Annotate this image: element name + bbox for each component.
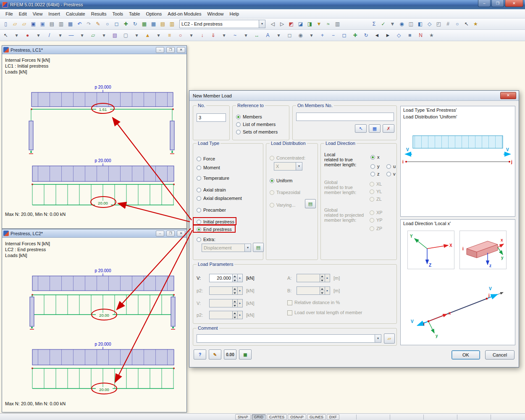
new-solid-icon[interactable]: ▧ bbox=[110, 31, 119, 40]
direction-xp-radio[interactable]: XP bbox=[370, 210, 383, 215]
pick-value-icon[interactable]: ▸ bbox=[238, 274, 243, 282]
new-member-icon[interactable]: — bbox=[67, 31, 76, 40]
new-node-icon[interactable]: ● bbox=[23, 31, 32, 40]
distribution-trapezoidal-radio[interactable]: Trapezoidal bbox=[270, 190, 300, 195]
varying-edit-button[interactable]: ▤ bbox=[305, 199, 316, 208]
direction-z-radio[interactable]: z bbox=[370, 171, 380, 176]
grid-icon[interactable]: # bbox=[444, 20, 452, 29]
menu-results[interactable]: Results bbox=[88, 10, 110, 18]
previous-load-case-icon[interactable]: ◁ bbox=[268, 20, 277, 29]
print-icon[interactable]: ▤ bbox=[47, 20, 56, 29]
surface-menu-icon[interactable]: ▾ bbox=[100, 31, 108, 40]
menu-addon-modules[interactable]: Add-on Modules bbox=[165, 10, 204, 18]
viewport2-titlebar[interactable]: Prestress, LC2* – ❐ ✕ bbox=[2, 229, 186, 238]
load-type-precamber-radio[interactable]: Precamber bbox=[197, 207, 226, 213]
p2b-spinner[interactable]: ▸ bbox=[209, 311, 243, 319]
grid-toggle[interactable]: GRID bbox=[252, 414, 266, 420]
new-surface-icon[interactable]: ▱ bbox=[89, 31, 97, 40]
hinge-menu-icon[interactable]: ▾ bbox=[187, 31, 196, 40]
viewport1-titlebar[interactable]: Prestress, LC1* – ❐ ✕ bbox=[2, 46, 186, 54]
pan-icon[interactable]: ✚ bbox=[121, 20, 130, 29]
zoom-region-icon[interactable]: ◻ bbox=[340, 31, 349, 40]
select-menu2-icon[interactable]: ▾ bbox=[307, 31, 316, 40]
ok-button[interactable]: OK bbox=[452, 350, 480, 360]
snap-toggle[interactable]: SNAP bbox=[235, 414, 251, 420]
result-combinations-icon[interactable]: ◨ bbox=[305, 20, 314, 29]
load-menu-icon[interactable]: ▾ bbox=[220, 31, 228, 40]
open-file-icon[interactable]: ▱ bbox=[10, 20, 19, 29]
p2a-spinner[interactable]: ▸ bbox=[209, 286, 243, 295]
total-length-checkbox[interactable]: Load over total length of member bbox=[287, 310, 367, 315]
load-type-initial-prestress-radio[interactable]: Initial prestress bbox=[197, 219, 234, 224]
viewport1-minimize-button[interactable]: – bbox=[156, 47, 164, 53]
line-menu-icon[interactable]: ▾ bbox=[56, 31, 65, 40]
load-type-axial-displacement-radio[interactable]: Axial displacement bbox=[197, 196, 242, 201]
extra-type-combo[interactable]: Displacement▾ bbox=[202, 244, 251, 252]
clear-members-button[interactable]: ✗ bbox=[383, 124, 394, 133]
snap-icon[interactable]: ○ bbox=[453, 20, 462, 29]
measure-icon[interactable]: ✎ bbox=[94, 20, 102, 29]
direction-yl-radio[interactable]: YL bbox=[370, 189, 382, 194]
menu-options[interactable]: Options bbox=[143, 10, 165, 18]
concentrated-type-combo[interactable]: X▾ bbox=[274, 162, 302, 171]
calculate-all-icon[interactable]: Σ bbox=[370, 20, 378, 29]
pointer-mode-icon[interactable]: ↖ bbox=[462, 20, 471, 29]
select-special-icon[interactable]: ◉ bbox=[296, 31, 305, 40]
viewport1-restore-button[interactable]: ❐ bbox=[166, 47, 175, 53]
comment-combo[interactable]: ▾ bbox=[197, 334, 381, 343]
show-tables-icon[interactable]: ▦ bbox=[140, 20, 149, 29]
new-line-support-icon[interactable]: ≡ bbox=[165, 31, 174, 40]
reference-members-radio[interactable]: Members bbox=[236, 114, 262, 119]
maximize-button[interactable]: ❐ bbox=[491, 0, 504, 7]
select-pointer-icon[interactable]: ↖ bbox=[1, 31, 10, 40]
combo-dropdown-icon[interactable]: ▾ bbox=[245, 244, 251, 252]
menu-file[interactable]: File bbox=[3, 10, 16, 18]
direction-zp-radio[interactable]: ZP bbox=[370, 226, 382, 231]
imperfection-menu-icon[interactable]: ▾ bbox=[242, 31, 250, 40]
open-project-icon[interactable]: ▱ bbox=[20, 20, 29, 29]
load-type-end-prestress-radio[interactable]: End prestress bbox=[197, 227, 232, 232]
comment-browse-button[interactable]: ▱ bbox=[384, 333, 395, 344]
dialog-close-button[interactable]: ✕ bbox=[500, 92, 516, 99]
rotate-icon[interactable]: ↻ bbox=[131, 20, 139, 29]
result-panel-icon[interactable]: ▥ bbox=[333, 20, 342, 29]
direction-xl-radio[interactable]: XL bbox=[370, 181, 382, 186]
menu-help[interactable]: Help bbox=[227, 10, 242, 18]
node-menu-icon[interactable]: ▾ bbox=[34, 31, 43, 40]
dimension-icon[interactable]: ↔ bbox=[252, 31, 261, 40]
show-results-icon[interactable]: ≈ bbox=[324, 20, 333, 29]
support-menu-icon[interactable]: ▾ bbox=[154, 31, 163, 40]
dialog-titlebar[interactable]: New Member Load bbox=[189, 91, 519, 101]
cancel-button[interactable]: Cancel bbox=[485, 350, 514, 360]
load-case-combo-value[interactable]: LC2 - End prestress bbox=[179, 20, 259, 28]
load-type-moment-radio[interactable]: Moment bbox=[197, 165, 220, 170]
load-case-list-icon[interactable]: ▥ bbox=[168, 20, 176, 29]
direction-y-radio[interactable]: y bbox=[370, 164, 380, 169]
render-mode-icon[interactable]: ■ bbox=[405, 31, 414, 40]
copy-icon[interactable]: ▦ bbox=[66, 20, 75, 29]
v1-spinner[interactable]: 20.000▸ bbox=[209, 274, 243, 282]
direction-yp-radio[interactable]: YP bbox=[370, 218, 383, 223]
v2-spinner[interactable]: ▸ bbox=[209, 299, 243, 307]
reference-sets-radio[interactable]: Sets of members bbox=[236, 129, 278, 134]
load-case-dropdown-icon[interactable]: ▾ bbox=[259, 20, 265, 28]
viewport1-close-button[interactable]: ✕ bbox=[177, 47, 185, 53]
show-loads-icon[interactable]: ▼ bbox=[315, 20, 323, 29]
next-view-icon[interactable]: ► bbox=[383, 31, 392, 40]
comment-icon[interactable]: A bbox=[263, 31, 272, 40]
views-icon[interactable]: ◫ bbox=[407, 20, 415, 29]
redo-icon[interactable]: ↷ bbox=[84, 20, 93, 29]
members-list-field[interactable] bbox=[296, 113, 394, 121]
zoom-icon[interactable]: ○ bbox=[103, 20, 112, 29]
load-type-extra-radio[interactable]: Extra: bbox=[197, 237, 215, 242]
close-button[interactable]: ✕ bbox=[505, 0, 523, 7]
project-navigator-icon[interactable]: ▤ bbox=[158, 20, 167, 29]
print-preview-icon[interactable]: ▥ bbox=[57, 20, 66, 29]
osnap-toggle[interactable]: OSNAP bbox=[288, 414, 306, 420]
new-opening-icon[interactable]: ▢ bbox=[121, 31, 130, 40]
glines-toggle[interactable]: GLINES bbox=[307, 414, 326, 420]
viewport1-drawing[interactable]: p 20.000 1.61 p 20.000 bbox=[3, 55, 186, 228]
load-type-temperature-radio[interactable]: Temperature bbox=[197, 176, 229, 181]
direction-u-radio[interactable]: u bbox=[386, 164, 396, 169]
minimize-button[interactable]: – bbox=[478, 0, 491, 7]
